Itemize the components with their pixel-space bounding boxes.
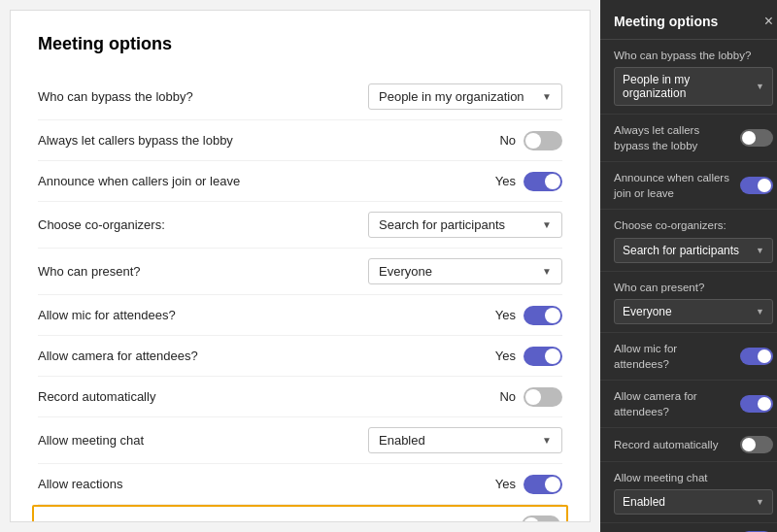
right-toggle-mic[interactable] bbox=[740, 348, 773, 365]
right-toggle-callers-bypass[interactable] bbox=[740, 129, 773, 147]
value-camera-attendees: Yes bbox=[495, 349, 516, 363]
label-reactions: Allow reactions bbox=[38, 477, 495, 491]
right-dropdown-co-org-arrow: ▼ bbox=[756, 246, 764, 255]
toggle-mic-attendees-knob bbox=[545, 308, 560, 323]
row-co-organizers: Choose co-organizers: Search for partici… bbox=[38, 202, 562, 249]
toggle-camera-attendees[interactable] bbox=[524, 347, 562, 366]
toggle-camera-attendees-knob bbox=[545, 349, 560, 364]
right-panel-title: Meeting options bbox=[614, 14, 718, 29]
right-toggle-camera[interactable] bbox=[740, 395, 773, 413]
right-row-record: Record automatically bbox=[600, 428, 777, 462]
right-dropdown-bypass[interactable]: People in my organization ▼ bbox=[614, 67, 773, 106]
value-enable-qa: No bbox=[497, 518, 514, 523]
right-dropdown-chat[interactable]: Enabled ▼ bbox=[614, 489, 773, 515]
right-row-mic: Allow mic for attendees? bbox=[600, 333, 777, 381]
label-announce-join: Announce when callers join or leave bbox=[38, 174, 495, 188]
dropdown-co-organizers[interactable]: Search for participants ▼ bbox=[368, 212, 562, 238]
row-callers-bypass: Always let callers bypass the lobby No bbox=[38, 120, 562, 161]
row-announce-join: Announce when callers join or leave Yes bbox=[38, 161, 562, 202]
dropdown-meeting-chat[interactable]: Enabled ▼ bbox=[368, 427, 562, 453]
right-dropdown-chat-value: Enabled bbox=[623, 495, 665, 509]
control-bypass-lobby: People in my organization ▼ bbox=[368, 83, 562, 110]
label-meeting-chat: Allow meeting chat bbox=[38, 433, 368, 448]
left-panel-title: Meeting options bbox=[38, 34, 562, 54]
control-record-auto: No bbox=[499, 387, 562, 407]
dropdown-bypass-lobby-value: People in my organization bbox=[379, 89, 524, 104]
toggle-callers-bypass-knob bbox=[525, 133, 541, 149]
toggle-mic-attendees[interactable] bbox=[524, 306, 562, 325]
right-section-bypass: Who can bypass the lobby? People in my o… bbox=[600, 40, 777, 115]
label-enable-qa: Enable Q&A bbox=[40, 518, 497, 523]
toggle-announce-join[interactable] bbox=[524, 172, 562, 191]
right-label-co-org: Choose co-organizers: bbox=[614, 217, 773, 233]
control-who-present: Everyone ▼ bbox=[368, 258, 562, 284]
dropdown-who-present-arrow: ▼ bbox=[542, 266, 552, 277]
right-dropdown-co-org[interactable]: Search for participants ▼ bbox=[614, 238, 773, 263]
right-header: Meeting options × bbox=[600, 0, 777, 40]
right-label-present: Who can present? bbox=[614, 280, 773, 295]
value-callers-bypass: No bbox=[499, 133, 516, 148]
control-meeting-chat: Enabled ▼ bbox=[368, 427, 562, 453]
dropdown-co-organizers-arrow: ▼ bbox=[542, 219, 552, 230]
toggle-record-auto-knob bbox=[525, 389, 541, 405]
right-label-camera: Allow camera for attendees? bbox=[614, 388, 740, 419]
row-reactions: Allow reactions Yes bbox=[38, 464, 562, 505]
toggle-enable-qa-knob bbox=[524, 517, 539, 522]
right-toggle-announce[interactable] bbox=[740, 177, 773, 194]
label-camera-attendees: Allow camera for attendees? bbox=[38, 349, 495, 363]
right-toggle-announce-knob bbox=[758, 179, 771, 192]
dropdown-bypass-lobby-arrow: ▼ bbox=[542, 91, 552, 102]
right-section-present: Who can present? Everyone ▼ bbox=[600, 272, 777, 333]
right-label-announce: Announce when callers join or leave bbox=[614, 170, 740, 201]
right-row-announce: Announce when callers join or leave bbox=[600, 162, 777, 210]
right-dropdown-bypass-arrow: ▼ bbox=[756, 82, 764, 91]
left-panel: Meeting options Who can bypass the lobby… bbox=[10, 10, 591, 522]
right-label-callers-bypass: Always let callers bypass the lobby bbox=[614, 122, 740, 153]
row-enable-qa: Enable Q&A No bbox=[32, 505, 568, 522]
row-who-present: Who can present? Everyone ▼ bbox=[38, 249, 562, 295]
right-dropdown-bypass-value: People in my organization bbox=[623, 73, 756, 100]
dropdown-who-present-value: Everyone bbox=[379, 264, 432, 279]
label-bypass-lobby: Who can bypass the lobby? bbox=[38, 89, 368, 104]
label-mic-attendees: Allow mic for attendees? bbox=[38, 308, 495, 322]
right-dropdown-co-org-value: Search for participants bbox=[623, 244, 739, 257]
row-record-auto: Record automatically No bbox=[38, 377, 562, 417]
right-section-co-org: Choose co-organizers: Search for partici… bbox=[600, 210, 777, 271]
row-meeting-chat: Allow meeting chat Enabled ▼ bbox=[38, 417, 562, 464]
right-row-reactions: Allow reactions bbox=[600, 523, 777, 532]
control-announce-join: Yes bbox=[495, 172, 562, 191]
right-dropdown-present-value: Everyone bbox=[623, 305, 672, 318]
right-toggle-camera-knob bbox=[758, 397, 771, 411]
dropdown-who-present[interactable]: Everyone ▼ bbox=[368, 258, 562, 284]
control-mic-attendees: Yes bbox=[495, 306, 562, 325]
toggle-callers-bypass[interactable] bbox=[524, 131, 562, 150]
close-button[interactable]: × bbox=[764, 14, 773, 29]
right-label-mic: Allow mic for attendees? bbox=[614, 341, 740, 372]
label-co-organizers: Choose co-organizers: bbox=[38, 217, 368, 232]
toggle-reactions[interactable] bbox=[524, 475, 562, 494]
right-dropdown-present-arrow: ▼ bbox=[756, 307, 764, 316]
right-toggle-record[interactable] bbox=[740, 436, 773, 453]
right-panel: Meeting options × Who can bypass the lob… bbox=[600, 0, 777, 532]
control-co-organizers: Search for participants ▼ bbox=[368, 212, 562, 238]
label-callers-bypass: Always let callers bypass the lobby bbox=[38, 133, 499, 148]
value-mic-attendees: Yes bbox=[495, 308, 516, 322]
right-dropdown-present[interactable]: Everyone ▼ bbox=[614, 299, 773, 324]
right-row-callers-bypass: Always let callers bypass the lobby bbox=[600, 115, 777, 162]
right-dropdown-chat-arrow: ▼ bbox=[756, 497, 764, 507]
control-callers-bypass: No bbox=[499, 131, 562, 150]
label-who-present: Who can present? bbox=[38, 264, 368, 279]
toggle-reactions-knob bbox=[545, 477, 560, 492]
label-record-auto: Record automatically bbox=[38, 389, 499, 404]
toggle-announce-join-knob bbox=[545, 174, 560, 189]
dropdown-co-organizers-value: Search for participants bbox=[379, 217, 505, 232]
right-toggle-record-knob bbox=[742, 438, 756, 451]
row-mic-attendees: Allow mic for attendees? Yes bbox=[38, 295, 562, 336]
row-bypass-lobby: Who can bypass the lobby? People in my o… bbox=[38, 74, 562, 120]
toggle-record-auto[interactable] bbox=[524, 387, 562, 407]
dropdown-bypass-lobby[interactable]: People in my organization ▼ bbox=[368, 83, 562, 110]
toggle-enable-qa[interactable] bbox=[522, 515, 560, 522]
dropdown-meeting-chat-value: Enabled bbox=[379, 433, 425, 448]
right-toggle-mic-knob bbox=[758, 349, 771, 363]
right-row-camera: Allow camera for attendees? bbox=[600, 381, 777, 428]
